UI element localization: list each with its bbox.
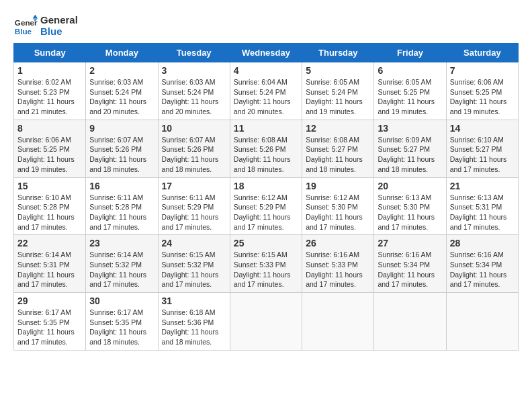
day-info: Sunrise: 6:18 AMSunset: 5:36 PMDaylight:… (162, 308, 226, 347)
day-info: Sunrise: 6:07 AMSunset: 5:26 PMDaylight:… (89, 135, 154, 175)
day-number: 12 (306, 123, 370, 134)
weekday-sunday: Sunday (14, 44, 86, 62)
calendar-cell-w0d3: 4Sunrise: 6:04 AMSunset: 5:24 PMDaylight… (230, 62, 302, 120)
day-number: 23 (89, 238, 154, 248)
day-info: Sunrise: 6:12 AMSunset: 5:29 PMDaylight:… (234, 193, 298, 232)
calendar-cell-w4d3 (230, 293, 302, 351)
day-number: 13 (378, 123, 442, 134)
week-row-3: 15Sunrise: 6:10 AMSunset: 5:28 PMDayligh… (14, 177, 519, 235)
day-number: 29 (17, 295, 82, 306)
day-number: 31 (162, 295, 226, 306)
calendar-cell-w1d5: 13Sunrise: 6:09 AMSunset: 5:27 PMDayligh… (374, 120, 446, 177)
day-info: Sunrise: 6:12 AMSunset: 5:30 PMDaylight:… (306, 193, 370, 232)
calendar-cell-w4d4 (302, 293, 374, 351)
day-info: Sunrise: 6:03 AMSunset: 5:24 PMDaylight:… (162, 77, 226, 117)
calendar-cell-w0d4: 5Sunrise: 6:05 AMSunset: 5:24 PMDaylight… (302, 62, 374, 120)
week-row-4: 22Sunrise: 6:14 AMSunset: 5:31 PMDayligh… (14, 235, 519, 293)
calendar-cell-w4d6 (446, 293, 518, 351)
logo: General Blue General Blue (13, 13, 78, 38)
day-info: Sunrise: 6:15 AMSunset: 5:33 PMDaylight:… (234, 250, 298, 289)
calendar-cell-w0d6: 7Sunrise: 6:06 AMSunset: 5:25 PMDaylight… (446, 62, 518, 120)
calendar-cell-w3d0: 22Sunrise: 6:14 AMSunset: 5:31 PMDayligh… (14, 235, 86, 293)
day-number: 3 (162, 65, 226, 76)
day-info: Sunrise: 6:09 AMSunset: 5:27 PMDaylight:… (378, 135, 442, 175)
day-info: Sunrise: 6:16 AMSunset: 5:34 PMDaylight:… (450, 250, 515, 289)
day-number: 15 (17, 181, 82, 191)
day-info: Sunrise: 6:10 AMSunset: 5:28 PMDaylight:… (17, 193, 82, 232)
day-info: Sunrise: 6:05 AMSunset: 5:25 PMDaylight:… (378, 77, 442, 117)
calendar-cell-w2d3: 18Sunrise: 6:12 AMSunset: 5:29 PMDayligh… (230, 177, 302, 235)
day-number: 7 (450, 65, 515, 76)
day-info: Sunrise: 6:03 AMSunset: 5:24 PMDaylight:… (89, 77, 154, 117)
weekday-saturday: Saturday (446, 44, 518, 62)
calendar-cell-w1d2: 10Sunrise: 6:07 AMSunset: 5:26 PMDayligh… (158, 120, 230, 177)
calendar-cell-w1d6: 14Sunrise: 6:10 AMSunset: 5:27 PMDayligh… (446, 120, 518, 177)
day-info: Sunrise: 6:16 AMSunset: 5:34 PMDaylight:… (378, 250, 442, 289)
day-info: Sunrise: 6:07 AMSunset: 5:26 PMDaylight:… (162, 135, 226, 175)
calendar-cell-w3d6: 28Sunrise: 6:16 AMSunset: 5:34 PMDayligh… (446, 235, 518, 293)
day-info: Sunrise: 6:05 AMSunset: 5:24 PMDaylight:… (306, 77, 370, 117)
day-info: Sunrise: 6:04 AMSunset: 5:24 PMDaylight:… (234, 77, 298, 117)
week-row-1: 1Sunrise: 6:02 AMSunset: 5:23 PMDaylight… (14, 62, 519, 120)
day-info: Sunrise: 6:13 AMSunset: 5:30 PMDaylight:… (378, 193, 442, 232)
calendar-cell-w2d5: 20Sunrise: 6:13 AMSunset: 5:30 PMDayligh… (374, 177, 446, 235)
day-info: Sunrise: 6:11 AMSunset: 5:28 PMDaylight:… (89, 193, 154, 232)
calendar-cell-w2d2: 17Sunrise: 6:11 AMSunset: 5:29 PMDayligh… (158, 177, 230, 235)
day-info: Sunrise: 6:14 AMSunset: 5:31 PMDaylight:… (17, 250, 82, 289)
day-info: Sunrise: 6:02 AMSunset: 5:23 PMDaylight:… (17, 77, 82, 117)
day-info: Sunrise: 6:06 AMSunset: 5:25 PMDaylight:… (450, 77, 515, 117)
day-info: Sunrise: 6:17 AMSunset: 5:35 PMDaylight:… (17, 308, 82, 347)
day-info: Sunrise: 6:06 AMSunset: 5:25 PMDaylight:… (17, 135, 82, 175)
day-number: 8 (17, 123, 82, 134)
day-number: 11 (234, 123, 298, 134)
calendar-cell-w0d5: 6Sunrise: 6:05 AMSunset: 5:25 PMDaylight… (374, 62, 446, 120)
weekday-thursday: Thursday (302, 44, 374, 62)
calendar-cell-w2d6: 21Sunrise: 6:13 AMSunset: 5:31 PMDayligh… (446, 177, 518, 235)
day-number: 18 (234, 181, 298, 191)
day-number: 10 (162, 123, 226, 134)
calendar-cell-w3d3: 25Sunrise: 6:15 AMSunset: 5:33 PMDayligh… (230, 235, 302, 293)
day-number: 21 (450, 181, 515, 191)
day-number: 22 (17, 238, 82, 248)
logo-blue: Blue (40, 26, 78, 37)
day-number: 1 (17, 65, 82, 76)
calendar-cell-w3d1: 23Sunrise: 6:14 AMSunset: 5:32 PMDayligh… (86, 235, 158, 293)
day-number: 16 (89, 181, 154, 191)
day-info: Sunrise: 6:10 AMSunset: 5:27 PMDaylight:… (450, 135, 515, 175)
calendar-cell-w4d0: 29Sunrise: 6:17 AMSunset: 5:35 PMDayligh… (14, 293, 86, 351)
day-number: 6 (378, 65, 442, 76)
calendar-cell-w2d4: 19Sunrise: 6:12 AMSunset: 5:30 PMDayligh… (302, 177, 374, 235)
day-info: Sunrise: 6:08 AMSunset: 5:27 PMDaylight:… (306, 135, 370, 175)
day-number: 2 (89, 65, 154, 76)
day-number: 19 (306, 181, 370, 191)
calendar-cell-w1d3: 11Sunrise: 6:08 AMSunset: 5:26 PMDayligh… (230, 120, 302, 177)
weekday-tuesday: Tuesday (158, 44, 230, 62)
day-number: 26 (306, 238, 370, 248)
calendar-cell-w1d4: 12Sunrise: 6:08 AMSunset: 5:27 PMDayligh… (302, 120, 374, 177)
logo-general: General (40, 14, 78, 26)
page-header: General Blue General Blue (13, 13, 519, 38)
calendar-cell-w4d2: 31Sunrise: 6:18 AMSunset: 5:36 PMDayligh… (158, 293, 230, 351)
calendar-table: SundayMondayTuesdayWednesdayThursdayFrid… (13, 43, 519, 351)
calendar-cell-w1d0: 8Sunrise: 6:06 AMSunset: 5:25 PMDaylight… (14, 120, 86, 177)
week-row-5: 29Sunrise: 6:17 AMSunset: 5:35 PMDayligh… (14, 293, 519, 351)
calendar-cell-w4d5 (374, 293, 446, 351)
weekday-header-row: SundayMondayTuesdayWednesdayThursdayFrid… (14, 44, 519, 62)
logo-icon: General Blue (13, 13, 38, 38)
calendar-cell-w3d4: 26Sunrise: 6:16 AMSunset: 5:33 PMDayligh… (302, 235, 374, 293)
day-number: 14 (450, 123, 515, 134)
day-info: Sunrise: 6:17 AMSunset: 5:35 PMDaylight:… (89, 308, 154, 347)
weekday-monday: Monday (86, 44, 158, 62)
calendar-cell-w2d0: 15Sunrise: 6:10 AMSunset: 5:28 PMDayligh… (14, 177, 86, 235)
day-info: Sunrise: 6:14 AMSunset: 5:32 PMDaylight:… (89, 250, 154, 289)
day-number: 5 (306, 65, 370, 76)
day-number: 24 (162, 238, 226, 248)
day-number: 4 (234, 65, 298, 76)
day-info: Sunrise: 6:15 AMSunset: 5:32 PMDaylight:… (162, 250, 226, 289)
week-row-2: 8Sunrise: 6:06 AMSunset: 5:25 PMDaylight… (14, 120, 519, 177)
calendar-cell-w3d2: 24Sunrise: 6:15 AMSunset: 5:32 PMDayligh… (158, 235, 230, 293)
calendar-body: 1Sunrise: 6:02 AMSunset: 5:23 PMDaylight… (14, 62, 519, 351)
day-info: Sunrise: 6:11 AMSunset: 5:29 PMDaylight:… (162, 193, 226, 232)
calendar-cell-w0d2: 3Sunrise: 6:03 AMSunset: 5:24 PMDaylight… (158, 62, 230, 120)
calendar-cell-w0d1: 2Sunrise: 6:03 AMSunset: 5:24 PMDaylight… (86, 62, 158, 120)
